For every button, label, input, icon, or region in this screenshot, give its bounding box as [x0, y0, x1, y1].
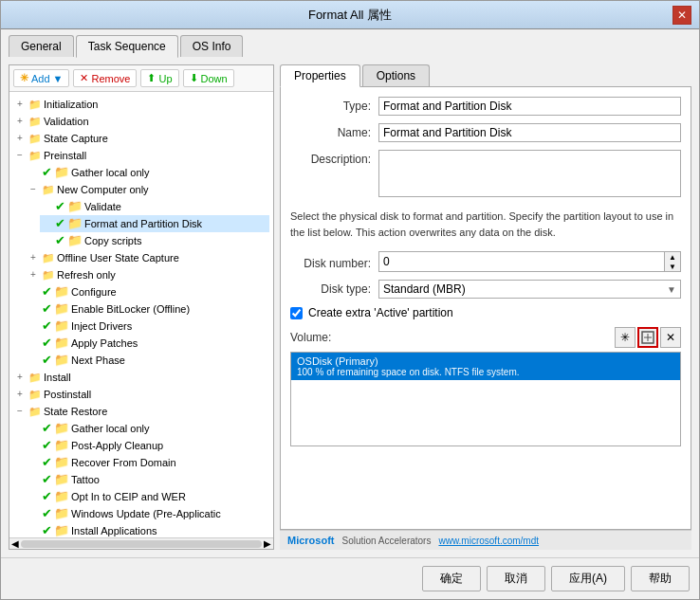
folder-icon: 📁	[54, 472, 69, 487]
disk-number-down[interactable]: ▼	[665, 262, 680, 271]
spacer	[27, 284, 40, 300]
tab-properties[interactable]: Properties	[280, 64, 360, 87]
tree-item-initialization[interactable]: + 📁 Initialization	[13, 96, 269, 113]
disk-type-select[interactable]: Standard (MBR) ▼	[378, 280, 681, 299]
disk-number-input[interactable]	[379, 253, 664, 270]
tree-item-validate[interactable]: ✔ 📁 Validate	[40, 198, 269, 215]
tree-item-staterestore[interactable]: − 📁 State Restore	[13, 403, 269, 420]
tree-item-nextphase[interactable]: ✔ 📁 Next Phase	[27, 352, 269, 369]
volume-edit-button[interactable]	[637, 327, 658, 348]
tree-item-installapps[interactable]: ✔ 📁 Install Applications	[27, 522, 269, 537]
properties-panel: Type: Name: Description: Select the phys…	[280, 87, 691, 530]
tree-label: New Computer only	[57, 182, 149, 197]
tree-item-tattoo[interactable]: ✔ 📁 Tattoo	[27, 471, 269, 488]
tree-label: Initialization	[44, 97, 98, 112]
tree-item-applypatches[interactable]: ✔ 📁 Apply Patches	[27, 335, 269, 352]
name-input[interactable]	[378, 123, 681, 142]
tab-osinfo[interactable]: OS Info	[180, 35, 244, 57]
spacer	[27, 506, 40, 521]
check-icon: ✔	[42, 353, 52, 368]
tree-item-gatherlocal[interactable]: ✔ 📁 Gather local only	[27, 164, 269, 181]
check-icon: ✔	[42, 318, 52, 334]
tree-item-gatherlocal2[interactable]: ✔ 📁 Gather local only	[27, 420, 269, 437]
check-icon: ✔	[42, 165, 52, 180]
active-partition-checkbox[interactable]	[290, 307, 303, 319]
help-button[interactable]: 帮助	[631, 566, 690, 591]
type-label: Type:	[290, 97, 371, 113]
tree-label: Windows Update (Pre-Applicatic	[71, 506, 221, 521]
volume-label: Volume:	[290, 331, 331, 344]
spacer	[27, 472, 40, 487]
spacer	[27, 353, 40, 368]
tree-item-recoverfromdomain[interactable]: ✔ 📁 Recover From Domain	[27, 454, 269, 471]
add-button[interactable]: ✳ Add ▼	[13, 69, 69, 87]
disk-type-label: Disk type:	[290, 280, 371, 296]
up-button[interactable]: ⬆ Up	[140, 69, 178, 87]
close-button[interactable]: ✕	[672, 6, 691, 25]
check-icon: ✔	[42, 284, 52, 300]
folder-icon: 📁	[54, 489, 69, 504]
solution-accelerators-label: Solution Accelerators	[342, 536, 432, 546]
right-pane: Properties Options Type: Name: Descripti…	[280, 64, 691, 550]
tree-item-configure[interactable]: ✔ 📁 Configure	[27, 283, 269, 300]
volume-item-name: OSDisk (Primary)	[297, 355, 674, 367]
tree-item-enablebitlocker[interactable]: ✔ 📁 Enable BitLocker (Offline)	[27, 300, 269, 318]
tree-item-statecapture[interactable]: + 📁 State Capture	[13, 130, 269, 147]
description-label: Description:	[290, 150, 371, 166]
remove-button[interactable]: ✕ Remove	[73, 69, 137, 87]
type-input[interactable]	[378, 97, 681, 116]
tree-item-injectdrivers[interactable]: ✔ 📁 Inject Drivers	[27, 318, 269, 335]
tab-tasksequence[interactable]: Task Sequence	[76, 35, 178, 58]
active-partition-row: Create extra 'Active' partition	[290, 306, 681, 319]
tree-label: Opt In to CEIP and WER	[71, 489, 186, 504]
tree-item-formatpartition[interactable]: ✔ 📁 Format and Partition Disk	[40, 215, 269, 232]
ok-button[interactable]: 确定	[422, 566, 481, 591]
right-tab-row: Properties Options	[280, 64, 691, 87]
expand-icon: +	[13, 114, 27, 129]
tree-label: Install Applications	[71, 523, 157, 537]
apply-button[interactable]: 应用(A)	[551, 566, 625, 591]
horizontal-scrollbar[interactable]: ◀ ▶	[9, 537, 273, 549]
expand-icon: +	[13, 131, 27, 146]
scroll-right-icon[interactable]: ▶	[264, 538, 271, 549]
tree-item-install[interactable]: + 📁 Install	[13, 369, 269, 386]
volume-add-button[interactable]: ✳	[615, 327, 636, 348]
disk-type-row: Disk type: Standard (MBR) ▼	[290, 280, 681, 299]
volume-list[interactable]: OSDisk (Primary) 100 % of remaining spac…	[290, 352, 681, 446]
tree-label: Validation	[44, 114, 89, 129]
tab-general[interactable]: General	[9, 35, 74, 57]
down-button[interactable]: ⬇ Down	[183, 69, 234, 87]
folder-icon: 📁	[28, 114, 42, 129]
tab-options[interactable]: Options	[362, 64, 430, 86]
active-partition-label: Create extra 'Active' partition	[308, 306, 453, 319]
check-icon: ✔	[42, 301, 52, 317]
folder-icon: 📁	[28, 97, 42, 112]
check-icon: ✔	[42, 336, 52, 351]
folder-icon: 📁	[54, 523, 69, 537]
cancel-button[interactable]: 取消	[487, 566, 545, 591]
tree-item-postapplycleanup[interactable]: ✔ 📁 Post-Apply Cleanup	[27, 437, 269, 454]
tree-item-postinstall[interactable]: + 📁 Postinstall	[13, 386, 269, 403]
tree-item-windowsupdate1[interactable]: ✔ 📁 Windows Update (Pre-Applicatic	[27, 505, 269, 522]
description-textarea[interactable]	[378, 150, 681, 197]
remove-icon: ✕	[80, 72, 88, 84]
folder-icon: 📁	[28, 404, 42, 419]
tree-item-optinceip[interactable]: ✔ 📁 Opt In to CEIP and WER	[27, 488, 269, 505]
volume-item-osdisk[interactable]: OSDisk (Primary) 100 % of remaining spac…	[291, 353, 680, 380]
tree-item-newcomputeronly[interactable]: − 📁 New Computer only	[27, 181, 269, 198]
volume-remove-button[interactable]: ✕	[660, 327, 681, 348]
tree-item-copyscripts[interactable]: ✔ 📁 Copy scripts	[40, 232, 269, 249]
tree-item-refreshonly[interactable]: + 📁 Refresh only	[27, 266, 269, 283]
tree-label: Postinstall	[44, 387, 91, 402]
task-sequence-tree[interactable]: + 📁 Initialization + 📁 Validation + 📁 St…	[9, 92, 273, 537]
disk-number-up[interactable]: ▲	[665, 252, 680, 262]
tree-item-offlineuserstcapture[interactable]: + 📁 Offline User State Capture	[27, 249, 269, 266]
content-area: ✳ Add ▼ ✕ Remove ⬆ Up ⬇ Down	[1, 57, 699, 557]
scroll-left-icon[interactable]: ◀	[11, 538, 19, 549]
type-field-row: Type:	[290, 97, 681, 116]
volume-header: Volume: ✳ ✕	[290, 327, 681, 348]
tree-item-preinstall[interactable]: − 📁 Preinstall	[13, 147, 269, 164]
footer-link[interactable]: www.microsoft.com/mdt	[438, 536, 539, 546]
disk-number-label: Disk number:	[290, 254, 371, 270]
tree-item-validation[interactable]: + 📁 Validation	[13, 113, 269, 130]
